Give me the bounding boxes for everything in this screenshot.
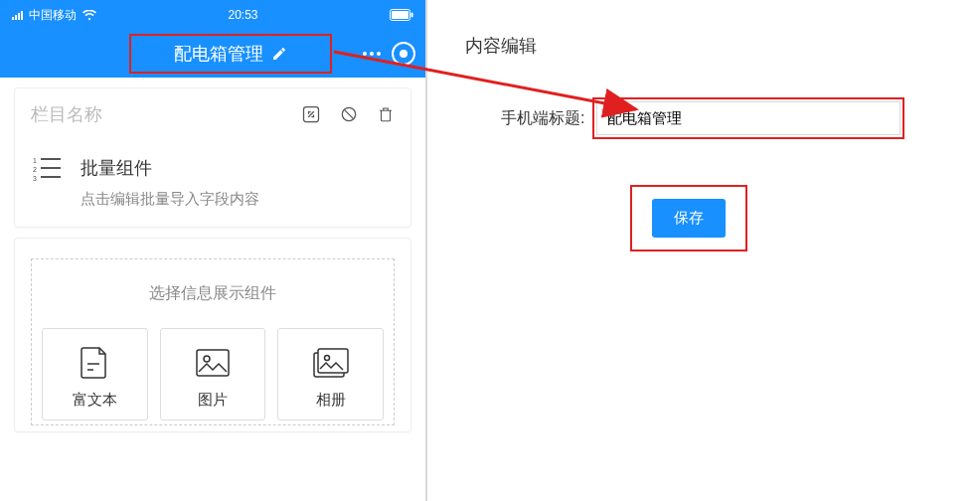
target-icon[interactable]: [392, 42, 415, 66]
tile-richtext[interactable]: 富文本: [42, 328, 148, 420]
svg-rect-12: [41, 158, 61, 160]
album-icon: [282, 343, 379, 383]
mobile-title-highlight[interactable]: 配电箱管理: [129, 34, 332, 74]
tile-label: 相册: [282, 391, 379, 410]
svg-text:3: 3: [33, 175, 37, 182]
mobile-status-bar: 中国移动 20:53: [0, 0, 425, 30]
list-icon: 123: [33, 156, 63, 185]
component-picker: 选择信息展示组件 富文本 图片: [14, 238, 411, 432]
svg-rect-14: [41, 176, 61, 178]
carrier-label: 中国移动: [29, 7, 77, 24]
svg-rect-13: [41, 167, 61, 169]
editor-title: 内容编辑: [437, 0, 974, 68]
svg-rect-2: [411, 13, 413, 18]
save-button[interactable]: 保存: [652, 199, 726, 238]
tile-label: 图片: [165, 391, 261, 410]
svg-rect-20: [318, 349, 348, 373]
wifi-icon: [82, 10, 96, 21]
tile-image[interactable]: 图片: [160, 328, 266, 420]
svg-point-4: [370, 52, 374, 56]
svg-point-3: [363, 52, 367, 56]
save-button-highlight: 保存: [630, 185, 747, 251]
svg-text:2: 2: [33, 166, 37, 173]
trash-icon[interactable]: [377, 104, 395, 124]
section-header: 栏目名称: [15, 88, 410, 140]
battery-icon: [390, 9, 413, 21]
document-icon: [47, 343, 143, 383]
form-label: 手机端标题:: [501, 108, 584, 129]
batch-component-row[interactable]: 123 批量组件 点击编辑批量导入字段内容: [15, 140, 410, 227]
batch-title: 批量组件: [81, 156, 259, 180]
image-icon: [165, 343, 261, 383]
resize-icon[interactable]: [301, 104, 321, 124]
tile-album[interactable]: 相册: [277, 328, 384, 420]
more-icon[interactable]: [362, 51, 382, 57]
clock-label: 20:53: [228, 8, 257, 22]
svg-point-5: [377, 52, 381, 56]
signal-icon: [12, 10, 23, 20]
svg-point-18: [204, 356, 210, 362]
section-title: 栏目名称: [31, 102, 102, 126]
pane-divider: [425, 0, 427, 501]
svg-rect-17: [197, 350, 229, 376]
svg-line-8: [344, 109, 353, 118]
svg-text:1: 1: [33, 157, 37, 164]
svg-rect-1: [392, 11, 408, 19]
forbid-icon[interactable]: [339, 104, 359, 124]
title-input-highlight: [592, 97, 904, 139]
mobile-preview-pane: 中国移动 20:53 配电箱管理 栏目名称: [0, 0, 425, 501]
tile-label: 富文本: [47, 391, 143, 410]
mobile-title: 配电箱管理: [174, 42, 263, 66]
mobile-title-input[interactable]: [596, 101, 900, 135]
picker-title: 选择信息展示组件: [42, 283, 384, 304]
batch-subtitle: 点击编辑批量导入字段内容: [81, 190, 259, 209]
title-form-row: 手机端标题:: [437, 68, 974, 139]
edit-icon: [271, 46, 287, 62]
mobile-header: 配电箱管理: [0, 30, 425, 78]
